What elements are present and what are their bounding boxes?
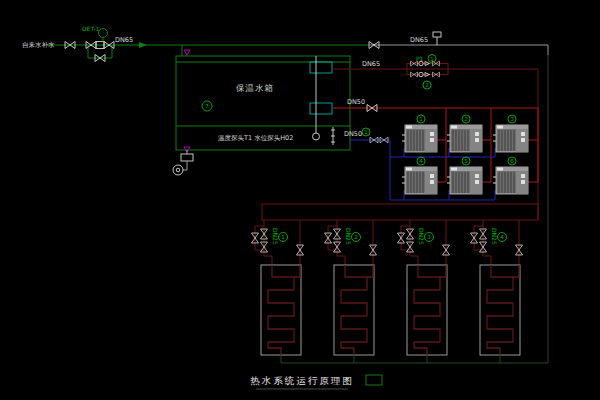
meter-bypass-pipe bbox=[88, 45, 112, 58]
coil-tank-4 bbox=[480, 265, 520, 355]
dn50-return-label: DN50 bbox=[344, 130, 362, 138]
coil-tank-1 bbox=[261, 265, 301, 355]
dn65-vent-label: DN65 bbox=[410, 36, 428, 44]
svg-text:1: 1 bbox=[364, 129, 368, 135]
svg-text:2: 2 bbox=[425, 82, 429, 88]
heatpump-units: 1 2 3 4 5 6 bbox=[402, 115, 528, 194]
svg-text:1: 1 bbox=[430, 56, 434, 62]
svg-text:1: 1 bbox=[281, 234, 285, 240]
coil-tank-2 bbox=[334, 265, 374, 355]
return-badge: 1 bbox=[362, 128, 370, 136]
storage-tank: 7 保温水箱 温度探头T1 水位探头H02 bbox=[176, 56, 350, 150]
unit-badge-3: 3 bbox=[508, 115, 516, 123]
heatpump-unit-2 bbox=[447, 125, 482, 152]
dn65-inlet-label: DN65 bbox=[115, 36, 133, 44]
svg-text:5: 5 bbox=[464, 158, 468, 164]
tank-name-label: 保温水箱 bbox=[236, 83, 274, 93]
tank-sensors-label: 温度探头T1 水位探头H02 bbox=[218, 134, 293, 142]
tank-branches: 1 2 3 4 DN25 DN25 DN25 DN25 bbox=[252, 220, 523, 265]
level-symbol-top-icon bbox=[184, 50, 190, 55]
drain-pump-icon bbox=[173, 165, 183, 175]
drain-box-icon bbox=[181, 154, 193, 161]
heatpump-unit-1 bbox=[402, 125, 437, 152]
coil-tank-3 bbox=[407, 265, 447, 355]
unit-badge-1: 1 bbox=[417, 115, 425, 123]
level-gauge-icon bbox=[331, 127, 335, 145]
heatpump-unit-5 bbox=[447, 167, 482, 194]
tank-nozzle-bottom-icon bbox=[310, 103, 332, 114]
branch-dn-label-1: DN25 bbox=[272, 228, 279, 245]
drawing-title-block: 热水系统运行原理图 bbox=[250, 375, 382, 389]
branch-dn-label-4: DN25 bbox=[491, 228, 498, 245]
tank-badge: 7 bbox=[202, 101, 212, 111]
svg-text:4: 4 bbox=[419, 158, 423, 164]
coil-manifold bbox=[262, 204, 538, 220]
branch-dn-label-2: DN25 bbox=[345, 228, 352, 245]
makeup-water-label: 自来水补水 bbox=[22, 41, 55, 49]
svg-text:2: 2 bbox=[464, 116, 468, 122]
pump-badge-top: 1 bbox=[428, 55, 436, 63]
drawing-title: 热水系统运行原理图 bbox=[250, 375, 354, 386]
pressure-gauge-icon bbox=[99, 29, 108, 42]
unit-badge-2: 2 bbox=[462, 115, 470, 123]
air-vent-icon bbox=[433, 32, 441, 45]
dn65-pump-label: DN65 bbox=[362, 60, 380, 68]
svg-text:6: 6 bbox=[510, 158, 514, 164]
svg-text:7: 7 bbox=[205, 103, 209, 109]
tank-drain-assembly bbox=[173, 147, 193, 175]
title-stamp-icon bbox=[366, 375, 382, 385]
meter-tag-label: DET-1 bbox=[82, 25, 100, 32]
heatpump-unit-4 bbox=[402, 167, 437, 194]
coil-tanks bbox=[261, 265, 520, 355]
svg-text:4: 4 bbox=[500, 234, 504, 240]
flow-arrow-icon bbox=[139, 42, 147, 48]
cad-canvas: 自来水补水 DET-1 DN65 DN65 7 bbox=[0, 0, 600, 400]
unit-badge-4: 4 bbox=[417, 157, 425, 165]
pump-badge-bottom: 2 bbox=[423, 81, 431, 89]
svg-text:3: 3 bbox=[427, 234, 431, 240]
heatpump-unit-3 bbox=[493, 125, 528, 152]
heatpump-unit-6 bbox=[493, 167, 528, 194]
pump-tag-label: P1 bbox=[416, 55, 424, 62]
svg-text:1: 1 bbox=[419, 116, 423, 122]
unit-badge-5: 5 bbox=[462, 157, 470, 165]
tank-nozzle-top-icon bbox=[310, 62, 332, 73]
svg-text:2: 2 bbox=[354, 234, 358, 240]
temperature-probe-icon bbox=[313, 56, 320, 140]
unit-badge-6: 6 bbox=[508, 157, 516, 165]
branch-dn-label-3: DN25 bbox=[418, 228, 425, 245]
schematic-drawing: 自来水补水 DET-1 DN65 DN65 7 bbox=[0, 0, 600, 400]
vent-line: DN65 bbox=[369, 32, 548, 55]
dn50-supply-label: DN50 bbox=[347, 98, 365, 106]
svg-text:3: 3 bbox=[510, 116, 514, 122]
